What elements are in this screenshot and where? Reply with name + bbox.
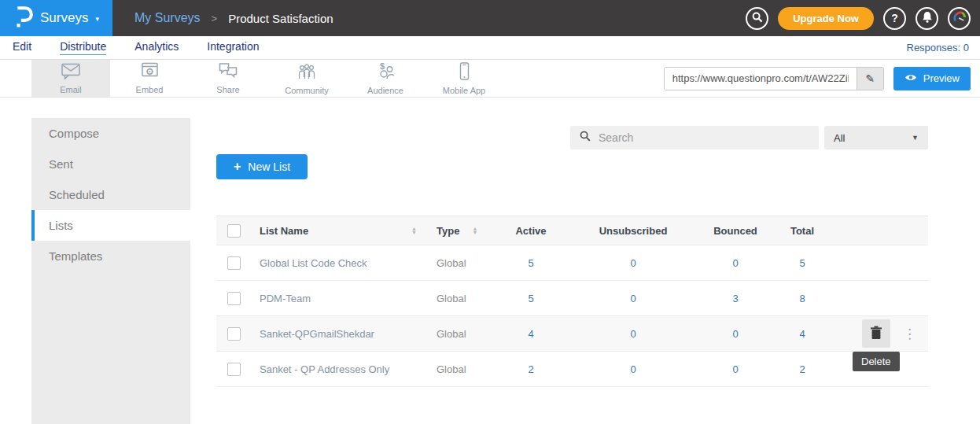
unsubscribed-count[interactable]: 0 <box>566 363 700 375</box>
column-list-name: List Name ▲▼ <box>248 225 425 237</box>
delete-action: Delete <box>862 319 890 348</box>
total-count[interactable]: 4 <box>771 328 834 340</box>
bounced-count[interactable]: 3 <box>700 293 771 304</box>
search-input[interactable] <box>599 131 809 144</box>
delete-list-button[interactable] <box>862 319 890 348</box>
sort-icon[interactable]: ▲▼ <box>472 227 477 234</box>
sort-icon[interactable]: ▲▼ <box>411 227 417 234</box>
search-icon <box>752 12 763 25</box>
channel-share[interactable]: Share <box>189 60 267 97</box>
list-type: Global <box>425 293 496 304</box>
community-icon <box>296 62 318 84</box>
bounced-count[interactable]: 0 <box>700 363 771 375</box>
new-list-label: New List <box>248 160 290 173</box>
content-area: Compose Sent Scheduled Lists Templates A… <box>0 98 980 424</box>
svg-text:$: $ <box>380 62 385 71</box>
list-type: Global <box>425 328 496 340</box>
active-count[interactable]: 2 <box>496 363 566 375</box>
column-total: Total <box>771 225 834 237</box>
sidebar-item-scheduled[interactable]: Scheduled <box>31 179 190 210</box>
edit-url-button[interactable]: ✎ <box>857 68 883 90</box>
list-filter-dropdown[interactable]: All ▼ <box>824 126 928 149</box>
active-count[interactable]: 4 <box>496 328 566 340</box>
channel-embed[interactable]: Embed <box>110 60 189 97</box>
breadcrumb: My Surveys > Product Satisfaction <box>134 11 333 25</box>
row-checkbox[interactable] <box>227 292 241 305</box>
share-icon <box>218 62 238 83</box>
column-type: Type ▲▼ <box>425 225 496 237</box>
kebab-menu-icon[interactable]: ⋮ <box>903 327 916 341</box>
sidebar-item-compose[interactable]: Compose <box>31 118 190 149</box>
channel-label: Community <box>285 86 329 95</box>
unsubscribed-count[interactable]: 0 <box>566 293 700 304</box>
survey-url-box: ✎ <box>664 67 884 90</box>
table-row: Sanket-QPGmailShekdar Global 4 0 0 4 Del… <box>216 316 928 352</box>
gauge-avatar-icon <box>952 10 967 27</box>
total-count[interactable]: 2 <box>771 363 834 375</box>
select-all-checkbox[interactable] <box>227 224 241 238</box>
tab-edit[interactable]: Edit <box>13 40 31 55</box>
bounced-count[interactable]: 0 <box>700 328 771 340</box>
lists-table: List Name ▲▼ Type ▲▼ Active Unsubscribed… <box>216 216 928 387</box>
channel-mobile-app[interactable]: Mobile App <box>425 60 503 97</box>
row-checkbox[interactable] <box>227 327 241 341</box>
channel-label: Embed <box>136 85 164 94</box>
bounced-count[interactable]: 0 <box>700 257 771 269</box>
help-button[interactable]: ? <box>883 7 906 30</box>
row-checkbox[interactable] <box>227 256 241 270</box>
plus-icon: + <box>234 160 241 174</box>
product-switcher[interactable]: Surveys ▾ <box>0 0 112 36</box>
channel-label: Email <box>60 85 82 94</box>
column-label: Type <box>437 225 459 237</box>
tab-integration[interactable]: Integration <box>207 40 259 55</box>
unsubscribed-count[interactable]: 0 <box>566 328 700 340</box>
filter-value: All <box>834 132 845 144</box>
row-actions: Delete ⋮ <box>834 319 928 348</box>
list-type: Global <box>425 257 496 269</box>
channel-label: Mobile App <box>443 86 485 95</box>
survey-url-input[interactable] <box>665 68 857 90</box>
distribute-toolbar: Email Embed Share Community $ Audience <box>0 60 980 98</box>
list-search-box <box>570 126 819 149</box>
table-row: PDM-Team Global 5 0 3 8 <box>216 281 928 316</box>
tab-analytics[interactable]: Analytics <box>134 40 179 55</box>
active-count[interactable]: 5 <box>496 257 566 269</box>
account-menu-button[interactable] <box>948 7 971 30</box>
total-count[interactable]: 5 <box>771 257 834 269</box>
responses-count[interactable]: Responses: 0 <box>907 42 980 53</box>
topbar: Surveys ▾ My Surveys > Product Satisfact… <box>0 0 980 36</box>
notifications-button[interactable] <box>916 7 938 30</box>
preview-label: Preview <box>923 72 960 84</box>
channel-email[interactable]: Email <box>31 60 110 97</box>
unsubscribed-count[interactable]: 0 <box>566 257 700 269</box>
total-count[interactable]: 8 <box>771 293 834 304</box>
sidebar-item-templates[interactable]: Templates <box>31 241 190 271</box>
new-list-button[interactable]: + New List <box>216 154 308 179</box>
app-screen: Surveys ▾ My Surveys > Product Satisfact… <box>0 0 980 424</box>
list-name-link[interactable]: Sanket - QP Addresses Only <box>248 363 425 375</box>
preview-button[interactable]: Preview <box>893 67 971 90</box>
row-checkbox[interactable] <box>227 363 241 376</box>
global-search-button[interactable] <box>746 7 768 30</box>
list-name-link[interactable]: Sanket-QPGmailShekdar <box>248 328 425 340</box>
channel-label: Share <box>216 85 239 94</box>
upgrade-now-button[interactable]: Upgrade Now <box>778 7 874 30</box>
table-row: Sanket - QP Addresses Only Global 2 0 0 … <box>216 352 928 387</box>
sidebar-item-lists[interactable]: Lists <box>31 210 190 241</box>
breadcrumb-parent[interactable]: My Surveys <box>134 11 201 25</box>
toolbar-right: ✎ Preview <box>664 60 980 97</box>
table-row: Global List Code Check Global 5 0 0 5 <box>216 245 928 281</box>
list-name-link[interactable]: PDM-Team <box>248 293 425 304</box>
email-sidebar: Compose Sent Scheduled Lists Templates <box>31 118 190 424</box>
channel-audience[interactable]: $ Audience <box>346 60 425 97</box>
sidebar-item-sent[interactable]: Sent <box>31 149 190 179</box>
active-count[interactable]: 5 <box>496 293 566 304</box>
channel-community[interactable]: Community <box>267 60 346 97</box>
pencil-icon: ✎ <box>865 72 875 85</box>
list-name-link[interactable]: Global List Code Check <box>248 257 425 269</box>
column-active: Active <box>496 225 566 237</box>
chevron-down-icon: ▾ <box>95 15 99 23</box>
mobile-app-icon <box>459 62 470 84</box>
tab-distribute[interactable]: Distribute <box>60 40 106 55</box>
bell-icon <box>922 11 933 25</box>
